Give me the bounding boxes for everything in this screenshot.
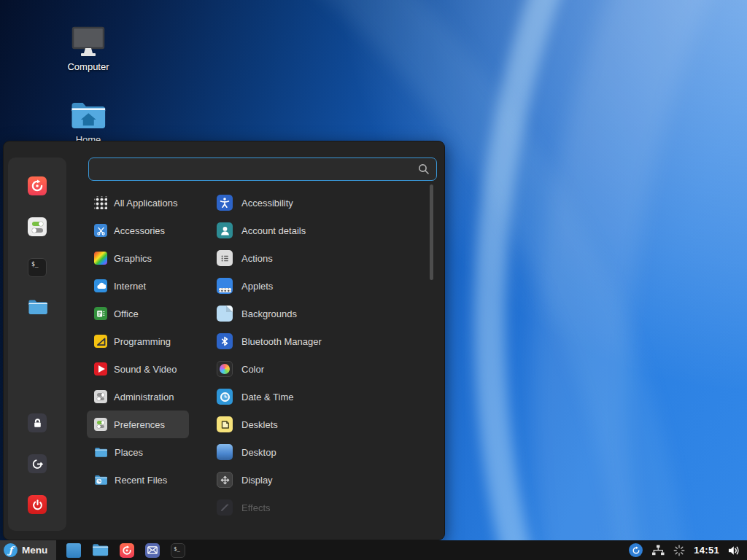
administration-icon bbox=[94, 390, 107, 403]
applications-list: Accessibility Account details bbox=[217, 189, 427, 521]
category-label: Sound & Video bbox=[114, 364, 177, 375]
category-places[interactable]: Places bbox=[87, 438, 189, 466]
accessibility-status-tray-icon[interactable] bbox=[673, 545, 685, 556]
date-time-icon bbox=[217, 389, 233, 405]
application-menu: $_ bbox=[3, 141, 445, 540]
category-office[interactable]: Office bbox=[87, 300, 189, 327]
app-label: Backgrounds bbox=[241, 308, 297, 319]
scrollbar-thumb[interactable] bbox=[430, 184, 433, 280]
terminal-icon: $_ bbox=[28, 258, 47, 277]
app-accessibility[interactable]: Accessibility bbox=[217, 189, 427, 217]
recent-files-icon bbox=[94, 475, 108, 486]
actions-icon bbox=[217, 250, 233, 266]
preferences-icon bbox=[94, 418, 107, 431]
network-tray-icon[interactable] bbox=[651, 545, 665, 556]
category-graphics[interactable]: Graphics bbox=[87, 244, 189, 272]
app-display[interactable]: Display bbox=[217, 466, 427, 494]
category-accessories[interactable]: Accessories bbox=[87, 217, 189, 244]
files-launcher[interactable] bbox=[92, 543, 109, 557]
app-applets[interactable]: Applets bbox=[217, 272, 427, 300]
desklets-icon bbox=[217, 416, 233, 432]
desktop-icon-home[interactable]: Home bbox=[47, 93, 129, 145]
accessories-icon bbox=[94, 224, 107, 237]
files-folder-icon bbox=[92, 543, 109, 557]
category-label: Administration bbox=[114, 392, 174, 402]
app-label: Actions bbox=[241, 253, 273, 264]
desktop-icon-computer[interactable]: Computer bbox=[47, 20, 129, 72]
app-date-time[interactable]: Date & Time bbox=[217, 383, 427, 411]
home-folder-icon bbox=[47, 93, 129, 131]
color-icon bbox=[217, 361, 233, 377]
lock-screen-button[interactable] bbox=[28, 413, 47, 432]
favorite-terminal-button[interactable]: $_ bbox=[28, 258, 47, 277]
system-tray: 14:51 bbox=[629, 543, 747, 557]
app-actions[interactable]: Actions bbox=[217, 244, 427, 272]
category-programming[interactable]: Programming bbox=[87, 327, 189, 355]
category-recent-files[interactable]: Recent Files bbox=[87, 466, 189, 494]
category-sound-video[interactable]: Sound & Video bbox=[87, 355, 189, 383]
category-label: Places bbox=[115, 447, 143, 458]
app-label: Desktop bbox=[241, 447, 276, 458]
places-icon bbox=[94, 447, 108, 458]
desktop-settings-icon bbox=[217, 444, 233, 460]
app-effects[interactable]: Effects bbox=[217, 494, 427, 521]
favorite-system-settings-button[interactable] bbox=[28, 217, 47, 236]
category-label: Accessories bbox=[114, 225, 165, 236]
taskbar: ƒ Menu bbox=[0, 540, 747, 560]
internet-icon bbox=[94, 279, 107, 292]
show-desktop-button[interactable] bbox=[66, 543, 81, 558]
favorite-files-button[interactable] bbox=[28, 299, 47, 318]
shutdown-button[interactable] bbox=[28, 495, 47, 514]
category-administration[interactable]: Administration bbox=[87, 383, 189, 411]
app-account-details[interactable]: Account details bbox=[217, 217, 427, 244]
app-color[interactable]: Color bbox=[217, 355, 427, 383]
favorite-firefox-button[interactable] bbox=[28, 176, 47, 195]
office-icon bbox=[94, 307, 107, 320]
menu-button-label: Menu bbox=[22, 545, 47, 556]
category-label: Office bbox=[114, 308, 139, 319]
app-label: Applets bbox=[241, 281, 273, 292]
search-box bbox=[88, 158, 437, 181]
lock-icon bbox=[28, 413, 47, 432]
category-internet[interactable]: Internet bbox=[87, 272, 189, 300]
update-manager-tray-icon[interactable] bbox=[629, 543, 643, 557]
logout-icon bbox=[28, 454, 47, 473]
volume-tray-icon[interactable] bbox=[728, 545, 740, 556]
computer-icon bbox=[47, 20, 129, 58]
account-details-icon bbox=[217, 222, 233, 238]
menu-button[interactable]: ƒ Menu bbox=[0, 540, 56, 560]
wallpaper-arc bbox=[533, 0, 747, 560]
terminal-launcher[interactable]: $_ bbox=[171, 543, 185, 558]
favorites-panel: $_ bbox=[8, 158, 66, 531]
category-label: Recent Files bbox=[115, 475, 167, 486]
firefox-icon bbox=[28, 176, 47, 195]
desktop-icon-label: Computer bbox=[47, 61, 129, 72]
firefox-launcher[interactable] bbox=[120, 543, 134, 558]
app-label: Bluetooth Manager bbox=[241, 336, 322, 347]
launcher-area: $_ bbox=[66, 543, 185, 558]
graphics-icon bbox=[94, 252, 107, 265]
app-label: Display bbox=[241, 475, 273, 486]
mint-logo-icon: ƒ bbox=[4, 543, 18, 557]
category-preferences[interactable]: Preferences bbox=[87, 411, 189, 438]
system-settings-icon bbox=[28, 217, 47, 236]
terminal-icon: $_ bbox=[171, 543, 185, 558]
app-bluetooth-manager[interactable]: Bluetooth Manager bbox=[217, 327, 427, 355]
category-label: Preferences bbox=[114, 419, 165, 430]
app-label: Color bbox=[241, 364, 264, 375]
category-all-applications[interactable]: All Applications bbox=[87, 189, 189, 217]
programming-icon bbox=[94, 335, 107, 348]
category-label: All Applications bbox=[114, 198, 177, 209]
sound-video-icon bbox=[94, 362, 107, 376]
logout-button[interactable] bbox=[28, 454, 47, 473]
mail-launcher[interactable] bbox=[145, 543, 160, 558]
mail-icon bbox=[145, 543, 160, 558]
app-label: Effects bbox=[241, 502, 271, 513]
all-applications-icon bbox=[94, 196, 107, 209]
app-desktop[interactable]: Desktop bbox=[217, 438, 427, 466]
clock[interactable]: 14:51 bbox=[694, 545, 719, 556]
app-desklets[interactable]: Desklets bbox=[217, 411, 427, 438]
app-backgrounds[interactable]: Backgrounds bbox=[217, 300, 427, 327]
search-input[interactable] bbox=[89, 164, 418, 175]
power-icon bbox=[28, 495, 47, 514]
